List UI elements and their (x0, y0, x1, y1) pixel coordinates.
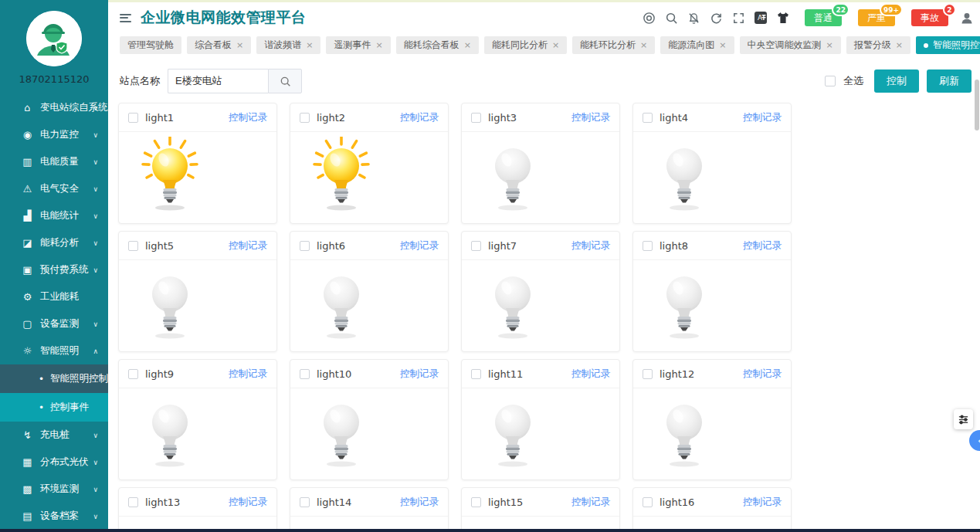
sidebar-item-smart-lighting[interactable]: ☼智能照明∧ (0, 337, 108, 364)
light-checkbox[interactable] (300, 113, 310, 123)
user-phone-number: 18702115120 (0, 73, 108, 85)
sidebar-item-power-statistics[interactable]: ▟电能统计∨ (0, 202, 108, 229)
sidebar-item-energy-analysis[interactable]: ◪能耗分析∨ (0, 229, 108, 256)
chevron-down-icon: ∨ (93, 432, 98, 439)
light-checkbox[interactable] (128, 113, 138, 123)
user-profile-icon[interactable] (960, 11, 974, 25)
select-all-checkbox[interactable] (825, 76, 836, 86)
sidebar-subitem-control-events[interactable]: •控制事件 (0, 393, 108, 422)
chevron-up-icon: ∧ (93, 347, 98, 355)
tab-谐波频谱[interactable]: 谐波频谱× (256, 36, 320, 54)
bell-off-icon[interactable] (687, 11, 700, 25)
site-name-input[interactable] (168, 69, 268, 93)
light-checkbox[interactable] (643, 497, 653, 507)
tab-能耗同比分析[interactable]: 能耗同比分析× (484, 36, 567, 54)
light-checkbox[interactable] (300, 369, 310, 379)
tab-能源流向图[interactable]: 能源流向图× (660, 36, 734, 54)
light-checkbox[interactable] (128, 369, 138, 379)
sidebar-item-substation-system[interactable]: ⌂变电站综自系统∨ (0, 94, 108, 121)
search-icon[interactable] (664, 11, 678, 25)
light-card-light13: light13控制记录 (118, 487, 277, 532)
sidebar-item-power-monitor[interactable]: ◉电力监控∨ (0, 121, 108, 148)
at-icon[interactable] (642, 11, 656, 25)
sidebar-item-electrical-safety[interactable]: ⚠电气安全∨ (0, 175, 108, 202)
archive-icon: ▤ (22, 510, 33, 522)
menu-collapse-icon[interactable] (120, 14, 131, 22)
light-checkbox[interactable] (128, 497, 138, 507)
tab-close-icon[interactable]: × (719, 40, 726, 50)
control-record-link[interactable]: 控制记录 (400, 239, 439, 252)
translate-icon[interactable]: A (754, 11, 768, 25)
sidebar-item-distributed-pv[interactable]: ▦分布式光伏∨ (0, 449, 108, 476)
bulb-off-image (290, 260, 448, 352)
sidebar-item-charging-pile[interactable]: ↯充电桩∨ (0, 422, 108, 449)
light-card-light10: light10控制记录 (290, 359, 449, 480)
charging-icon: ↯ (22, 429, 33, 441)
tab-综合看板[interactable]: 综合看板× (187, 36, 251, 54)
filter-settings-widget[interactable] (954, 409, 973, 429)
tab-close-icon[interactable]: × (640, 40, 647, 50)
tab-遥测事件[interactable]: 遥测事件× (326, 36, 390, 54)
tab-能耗综合看板[interactable]: 能耗综合看板× (396, 36, 479, 54)
sidebar-item-prepaid-system[interactable]: ▣预付费系统∨ (0, 256, 108, 283)
light-card-header: light15控制记录 (462, 488, 619, 517)
tab-管理驾驶舱[interactable]: 管理驾驶舱 (120, 36, 181, 54)
light-checkbox[interactable] (643, 369, 653, 379)
control-record-link[interactable]: 控制记录 (571, 239, 610, 252)
control-record-link[interactable]: 控制记录 (743, 368, 782, 381)
light-checkbox[interactable] (471, 241, 481, 251)
light-card-header: light2控制记录 (290, 103, 448, 132)
light-name: light6 (317, 240, 345, 252)
lighting-icon: ☼ (22, 345, 33, 357)
tab-close-icon[interactable]: × (375, 40, 382, 50)
site-search-button[interactable] (268, 69, 302, 93)
sidebar-item-environment-monitor[interactable]: ▩环境监测∨ (0, 476, 108, 503)
sidebar-item-power-quality[interactable]: ▥电能质量∨ (0, 148, 108, 175)
tab-close-icon[interactable]: × (306, 40, 313, 50)
sidebar-item-device-archive[interactable]: ▤设备档案∨ (0, 503, 108, 530)
control-record-link[interactable]: 控制记录 (571, 496, 610, 509)
vertical-scrollbar-thumb[interactable] (975, 80, 979, 130)
control-record-link[interactable]: 控制记录 (400, 111, 439, 124)
control-record-link[interactable]: 控制记录 (400, 496, 439, 509)
control-record-link[interactable]: 控制记录 (743, 111, 782, 124)
tab-能耗环比分析[interactable]: 能耗环比分析× (572, 36, 655, 54)
sidebar-subitem-smart-lighting-control[interactable]: •智能照明控制 (0, 364, 108, 393)
light-checkbox[interactable] (643, 113, 653, 123)
control-record-link[interactable]: 控制记录 (229, 368, 267, 381)
tab-智能照明控制[interactable]: 智能照明控制× (916, 36, 980, 54)
bulb-off-image (633, 132, 791, 224)
control-button[interactable]: 控制 (874, 69, 919, 93)
alarm-level-accident-button[interactable]: 事故 2 (911, 9, 948, 26)
light-checkbox[interactable] (471, 497, 481, 507)
control-record-link[interactable]: 控制记录 (229, 239, 267, 252)
tab-close-icon[interactable]: × (826, 40, 833, 50)
control-record-link[interactable]: 控制记录 (229, 111, 267, 124)
tab-close-icon[interactable]: × (552, 40, 559, 50)
sidebar-item-device-monitor[interactable]: ▢设备监测∨ (0, 310, 108, 337)
tab-报警分级[interactable]: 报警分级× (846, 36, 910, 54)
control-record-link[interactable]: 控制记录 (571, 111, 610, 124)
control-record-link[interactable]: 控制记录 (743, 496, 782, 509)
theme-shirt-icon[interactable] (776, 11, 790, 25)
light-checkbox[interactable] (471, 369, 481, 379)
light-checkbox[interactable] (128, 241, 138, 251)
control-record-link[interactable]: 控制记录 (571, 368, 610, 381)
light-checkbox[interactable] (471, 113, 481, 123)
control-record-link[interactable]: 控制记录 (229, 496, 267, 509)
light-checkbox[interactable] (643, 241, 653, 251)
sidebar-item-industrial-energy[interactable]: ⚙工业能耗 (0, 283, 108, 310)
light-checkbox[interactable] (300, 241, 310, 251)
alarm-level-normal-button[interactable]: 普通 22 (805, 9, 842, 26)
control-record-link[interactable]: 控制记录 (743, 239, 782, 252)
light-checkbox[interactable] (300, 497, 310, 507)
alarm-level-serious-button[interactable]: 严重 99+ (858, 9, 895, 26)
tab-close-icon[interactable]: × (896, 40, 903, 50)
tab-中央空调能效监测[interactable]: 中央空调能效监测× (740, 36, 841, 54)
refresh-icon[interactable] (709, 11, 723, 25)
refresh-button[interactable]: 刷新 (927, 69, 972, 93)
fullscreen-icon[interactable] (731, 11, 745, 25)
tab-close-icon[interactable]: × (236, 40, 243, 50)
control-record-link[interactable]: 控制记录 (400, 368, 439, 381)
tab-close-icon[interactable]: × (464, 40, 471, 50)
